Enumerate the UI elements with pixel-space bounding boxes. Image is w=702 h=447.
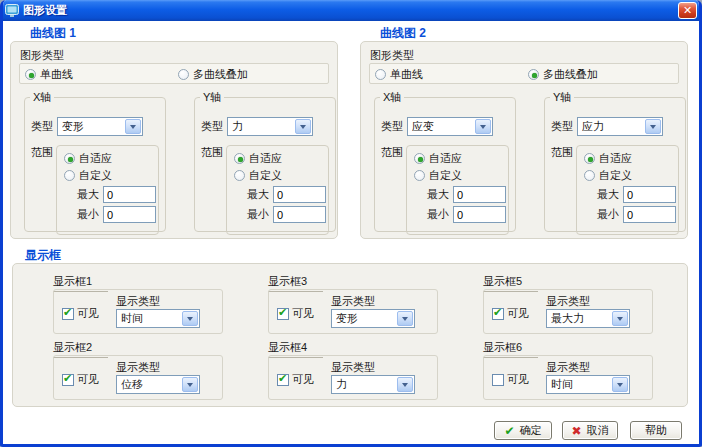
close-icon[interactable]: ✕ bbox=[678, 2, 697, 19]
chart1-x-axis-group: X轴 类型 变形 范围 自适应 bbox=[24, 90, 166, 232]
radio-label: 多曲线叠加 bbox=[543, 67, 598, 82]
chart1-section-title: 曲线图 1 bbox=[30, 25, 76, 42]
display-box-1-visible-checkbox[interactable]: 可见 bbox=[62, 306, 99, 321]
chart2-y-min-input[interactable] bbox=[623, 206, 676, 223]
chart2-panel: 图形类型 单曲线 多曲线叠加 X轴 类型 应变 bbox=[360, 41, 688, 239]
chart2-y-axis-group: Y轴 类型 应力 范围 自适应 bbox=[544, 90, 686, 232]
display-box-5: 可见 显示类型 最大力 bbox=[483, 289, 653, 334]
range-box: 自适应 自定义 最大 最小 bbox=[56, 145, 159, 235]
radio-label: 自定义 bbox=[429, 168, 462, 183]
display-box-4: 可见 显示类型 力 bbox=[268, 355, 438, 400]
cancel-button[interactable]: ✖ 取消 bbox=[562, 421, 618, 440]
display-box-2-type-select[interactable]: 位移 bbox=[116, 375, 200, 394]
chevron-down-icon bbox=[397, 311, 413, 326]
radio-icon bbox=[584, 170, 595, 181]
chart2-y-auto-radio[interactable]: 自适应 bbox=[584, 151, 678, 166]
radio-icon bbox=[584, 153, 595, 164]
display-box-1-type-select[interactable]: 时间 bbox=[116, 309, 200, 328]
display-box-5-type-select[interactable]: 最大力 bbox=[546, 309, 630, 328]
chart1-y-auto-radio[interactable]: 自适应 bbox=[234, 151, 328, 166]
chart1-x-max-input[interactable] bbox=[103, 186, 156, 203]
chevron-down-icon bbox=[612, 377, 628, 392]
window-title: 图形设置 bbox=[23, 3, 67, 18]
ok-button[interactable]: ✔ 确定 bbox=[494, 421, 552, 440]
display-box-3-visible-checkbox[interactable]: 可见 bbox=[277, 306, 314, 321]
chart1-x-auto-radio[interactable]: 自适应 bbox=[64, 151, 158, 166]
range-box: 自适应 自定义 最大 最小 bbox=[226, 145, 329, 235]
axis-legend: X轴 bbox=[380, 90, 404, 105]
display-box-2-visible-checkbox[interactable]: 可见 bbox=[62, 372, 99, 387]
chart2-multi-curve-radio[interactable]: 多曲线叠加 bbox=[528, 67, 598, 82]
axis-legend: X轴 bbox=[30, 90, 54, 105]
graphics-settings-dialog: 图形设置 ✕ 曲线图 1 图形类型 单曲线 多曲线叠加 X轴 bbox=[0, 0, 702, 447]
chart2-x-type-select[interactable]: 应变 bbox=[407, 117, 493, 136]
radio-icon bbox=[528, 69, 539, 80]
display-box-5-visible-checkbox[interactable]: 可见 bbox=[492, 306, 529, 321]
checkbox-icon bbox=[62, 308, 74, 320]
chart2-x-axis-group: X轴 类型 应变 范围 自适应 bbox=[374, 90, 516, 232]
chart2-x-max-input[interactable] bbox=[453, 186, 506, 203]
max-label: 最大 bbox=[597, 187, 619, 202]
checkbox-icon bbox=[62, 374, 74, 386]
chart1-x-min-input[interactable] bbox=[103, 206, 156, 223]
chart2-y-max-input[interactable] bbox=[623, 186, 676, 203]
radio-label: 自定义 bbox=[79, 168, 112, 183]
chart1-y-custom-radio[interactable]: 自定义 bbox=[234, 168, 328, 183]
radio-label: 单曲线 bbox=[390, 67, 423, 82]
chart2-graph-type-group: 单曲线 多曲线叠加 bbox=[369, 63, 679, 84]
display-panel: 显示框1 可见 显示类型 时间 显示框2 可见 显示类型 bbox=[12, 263, 688, 407]
radio-icon bbox=[375, 69, 386, 80]
chart2-x-custom-radio[interactable]: 自定义 bbox=[414, 168, 508, 183]
display-box-2: 可见 显示类型 位移 bbox=[53, 355, 223, 400]
chevron-down-icon bbox=[475, 119, 491, 134]
help-button[interactable]: 帮助 bbox=[630, 421, 682, 440]
type-label: 类型 bbox=[31, 119, 53, 134]
checkbox-label: 可见 bbox=[77, 306, 99, 321]
cancel-button-label: 取消 bbox=[587, 423, 609, 438]
chart2-y-type-select[interactable]: 应力 bbox=[577, 117, 663, 136]
chart1-graph-type-group: 单曲线 多曲线叠加 bbox=[19, 63, 329, 84]
type-label: 类型 bbox=[551, 119, 573, 134]
chevron-down-icon bbox=[295, 119, 311, 134]
app-icon bbox=[5, 4, 19, 17]
display-box-6-type-select[interactable]: 时间 bbox=[546, 375, 630, 394]
max-label: 最大 bbox=[77, 187, 99, 202]
min-label: 最小 bbox=[597, 207, 619, 222]
checkbox-icon bbox=[492, 374, 504, 386]
chart1-x-type-select[interactable]: 变形 bbox=[57, 117, 143, 136]
type-label: 类型 bbox=[381, 119, 403, 134]
chevron-down-icon bbox=[612, 311, 628, 326]
radio-label: 自定义 bbox=[599, 168, 632, 183]
chart2-x-min-input[interactable] bbox=[453, 206, 506, 223]
chart2-y-custom-radio[interactable]: 自定义 bbox=[584, 168, 678, 183]
help-button-label: 帮助 bbox=[645, 423, 667, 438]
radio-label: 多曲线叠加 bbox=[193, 67, 248, 82]
display-box-3-type-select[interactable]: 变形 bbox=[331, 309, 415, 328]
chart1-panel: 图形类型 单曲线 多曲线叠加 X轴 类型 变形 bbox=[10, 41, 338, 239]
chart2-x-auto-radio[interactable]: 自适应 bbox=[414, 151, 508, 166]
min-label: 最小 bbox=[247, 207, 269, 222]
chart1-y-max-input[interactable] bbox=[273, 186, 326, 203]
range-box: 自适应 自定义 最大 最小 bbox=[576, 145, 679, 235]
chart1-x-custom-radio[interactable]: 自定义 bbox=[64, 168, 158, 183]
display-box-4-visible-checkbox[interactable]: 可见 bbox=[277, 372, 314, 387]
display-box-4-type-select[interactable]: 力 bbox=[331, 375, 415, 394]
chart1-y-min-input[interactable] bbox=[273, 206, 326, 223]
max-label: 最大 bbox=[427, 187, 449, 202]
check-icon: ✔ bbox=[504, 424, 514, 438]
display-box-6-visible-checkbox[interactable]: 可见 bbox=[492, 372, 529, 387]
radio-icon bbox=[64, 153, 75, 164]
radio-icon bbox=[25, 69, 36, 80]
checkbox-label: 可见 bbox=[292, 306, 314, 321]
axis-legend: Y轴 bbox=[200, 90, 224, 105]
checkbox-icon bbox=[277, 374, 289, 386]
titlebar: 图形设置 ✕ bbox=[0, 0, 702, 21]
chart1-y-type-select[interactable]: 力 bbox=[227, 117, 313, 136]
chart1-single-curve-radio[interactable]: 单曲线 bbox=[25, 67, 73, 82]
range-label: 范围 bbox=[381, 145, 403, 235]
chart1-multi-curve-radio[interactable]: 多曲线叠加 bbox=[178, 67, 248, 82]
chart2-single-curve-radio[interactable]: 单曲线 bbox=[375, 67, 423, 82]
checkbox-icon bbox=[277, 308, 289, 320]
chart2-section-title: 曲线图 2 bbox=[380, 25, 426, 42]
display-box-6: 可见 显示类型 时间 bbox=[483, 355, 653, 400]
